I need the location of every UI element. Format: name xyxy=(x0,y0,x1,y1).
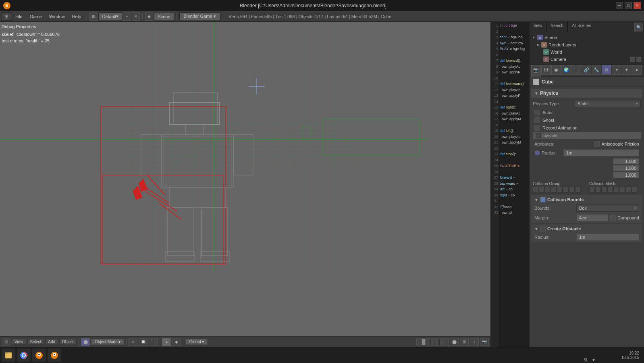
add-menu-btn[interactable]: Add xyxy=(45,339,58,345)
radius-icon xyxy=(534,150,540,156)
anisotropic-checkbox[interactable] xyxy=(594,141,600,147)
render-settings-icon[interactable]: 🎞 xyxy=(541,65,551,75)
physics-type-selector[interactable]: Static ▾ xyxy=(575,100,641,107)
pivot-icon[interactable]: ⊕ xyxy=(129,338,137,346)
cg-btn-6[interactable] xyxy=(563,187,569,192)
search-tab[interactable]: Search xyxy=(547,22,568,32)
all-scenes-btn[interactable]: All Scenes xyxy=(568,22,595,32)
cm-btn-4[interactable] xyxy=(607,187,613,192)
maximize-button[interactable]: □ xyxy=(625,2,632,9)
script-editor[interactable]: 12345 678910 1112131415 1617181920 21222… xyxy=(491,22,529,347)
ghost-checkbox[interactable] xyxy=(534,117,540,123)
tree-item-renderlayers[interactable]: ▶ R RenderLayers xyxy=(530,41,643,48)
layout-selector[interactable]: Default ▾ xyxy=(98,13,122,20)
scene-selector[interactable]: Scene xyxy=(154,13,174,20)
engine-selector[interactable]: Blender Game ▾ xyxy=(179,13,220,20)
close-button[interactable]: ✕ xyxy=(634,2,641,9)
select-menu-btn[interactable]: Select xyxy=(27,339,44,345)
camera-icon[interactable]: 📷 xyxy=(480,338,489,346)
scene-tree: ▼ S Scene ▶ R RenderLayers W World xyxy=(530,32,644,65)
tree-item-scene[interactable]: ▼ S Scene xyxy=(530,34,643,41)
cm-btn-2[interactable] xyxy=(595,187,601,192)
obstacle-expand-icon: ▼ xyxy=(534,227,538,231)
collision-bounds-toggle[interactable] xyxy=(540,197,546,202)
remove-layout-btn[interactable]: ✕ xyxy=(132,13,140,21)
view-tab[interactable]: View xyxy=(530,22,547,32)
data-icon[interactable]: ▼ xyxy=(622,65,632,75)
constraints-icon[interactable]: 🔗 xyxy=(582,65,591,75)
viewport[interactable]: Debug Properties skelet: 'cooldown' = 5.… xyxy=(0,22,491,347)
editor-type-selector[interactable]: ⊞ xyxy=(2,13,11,21)
radius-input[interactable]: 1m xyxy=(563,149,639,156)
tree-item-camera[interactable]: C Camera xyxy=(530,56,643,63)
cg-btn-8[interactable] xyxy=(575,187,581,192)
menu-help[interactable]: Help xyxy=(69,13,85,20)
cg-btn-3[interactable] xyxy=(545,187,551,192)
physics-icon[interactable]: ⚙ xyxy=(602,65,611,75)
expand-icon2: ▶ xyxy=(537,43,540,47)
taskbar-files-icon[interactable] xyxy=(2,348,15,362)
anisotropic-val-1[interactable]: 1.000 xyxy=(613,158,639,165)
minimize-button[interactable]: ─ xyxy=(616,2,623,9)
solid-icon[interactable]: ⬤ xyxy=(450,338,459,346)
draw-mode-icon[interactable]: ▲ xyxy=(162,338,171,346)
bg-icon[interactable]: ▪ xyxy=(470,338,479,346)
physics-section-header[interactable]: ▼ Physics xyxy=(531,89,642,98)
menu-window[interactable]: Window xyxy=(46,13,68,20)
anisotropic-toggle[interactable]: Anisotropic Friction xyxy=(594,141,639,147)
line-numbers: 12345 678910 1112131415 1617181920 21222… xyxy=(491,22,499,347)
tree-item-world[interactable]: W World xyxy=(530,48,643,56)
bounds-selector[interactable]: Box ▾ xyxy=(576,204,639,212)
record-animation-checkbox[interactable] xyxy=(534,125,540,131)
cg-btn-4[interactable] xyxy=(551,187,557,192)
cm-btn-3[interactable] xyxy=(601,187,607,192)
camera-lock-btn[interactable] xyxy=(636,56,642,62)
transform-selector[interactable]: Global ▾ xyxy=(185,339,208,345)
viewport-editor-icon[interactable]: ⊞ xyxy=(2,338,10,346)
create-obstacle-toggle[interactable] xyxy=(540,226,546,232)
compound-toggle[interactable]: Compound xyxy=(610,215,639,221)
object-props-icon[interactable]: ⬛ xyxy=(571,65,581,75)
scene-props-icon[interactable]: ◉ xyxy=(551,65,561,75)
compound-checkbox[interactable] xyxy=(610,215,616,221)
view-menu-btn[interactable]: View xyxy=(12,339,26,345)
snap-icon[interactable]: 🔲 xyxy=(139,338,147,346)
cg-btn-1[interactable] xyxy=(533,187,538,192)
cm-btn-6[interactable] xyxy=(619,187,625,192)
invisible-bar[interactable]: Invisible xyxy=(533,132,641,139)
particles-icon[interactable]: ✦ xyxy=(612,65,621,75)
margin-value: 4cm xyxy=(579,215,588,220)
menu-file[interactable]: File xyxy=(12,13,26,20)
object-menu-btn[interactable]: Object xyxy=(59,339,77,345)
obstacle-radius-input[interactable]: 1m xyxy=(576,234,639,241)
render-icon[interactable]: 📷 xyxy=(531,65,541,75)
taskbar-blender2-icon[interactable] xyxy=(48,348,61,362)
cm-btn-8[interactable] xyxy=(632,187,637,192)
taskbar-blender1-icon[interactable] xyxy=(32,348,46,362)
cm-btn-1[interactable] xyxy=(589,187,595,192)
menu-game[interactable]: Game xyxy=(27,13,45,20)
collision-bounds-header[interactable]: ▼ Collision Bounds xyxy=(533,196,641,204)
cm-btn-5[interactable] xyxy=(613,187,619,192)
overlay-icon[interactable]: ⊞ xyxy=(460,338,469,346)
cm-btn-7[interactable] xyxy=(625,187,631,192)
cg-btn-7[interactable] xyxy=(569,187,575,192)
search-icon[interactable]: 🔍 xyxy=(634,23,643,31)
create-obstacle-header[interactable]: ▼ Create Obstacle xyxy=(533,225,641,233)
anisotropic-val-3[interactable]: 1.000 xyxy=(613,172,639,178)
snap2-icon[interactable]: ⬛ xyxy=(149,338,158,346)
cg-btn-5[interactable] xyxy=(557,187,563,192)
taskbar-chrome-icon[interactable] xyxy=(17,348,31,362)
editor-icon[interactable]: ⊞ xyxy=(89,13,98,21)
margin-input[interactable]: 4cm xyxy=(576,214,609,221)
camera-eye-btn[interactable] xyxy=(629,56,635,62)
actor-checkbox[interactable] xyxy=(534,110,540,115)
material-icon[interactable]: ● xyxy=(632,65,642,75)
modifiers-icon[interactable]: 🔧 xyxy=(592,65,601,75)
world-props-icon[interactable]: 🌍 xyxy=(561,65,571,75)
add-layout-btn[interactable]: + xyxy=(123,13,131,21)
object-mode-selector[interactable]: Object Mode ▾ xyxy=(91,339,124,345)
cg-btn-2[interactable] xyxy=(539,187,544,192)
draw-mode2-icon[interactable]: ◆ xyxy=(172,338,181,346)
anisotropic-val-2[interactable]: 1.000 xyxy=(613,165,639,171)
